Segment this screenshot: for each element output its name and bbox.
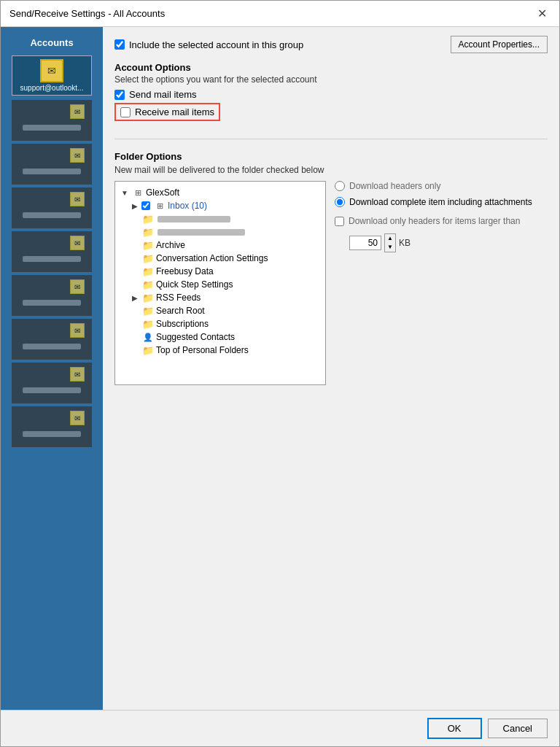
dialog-body: Accounts support@outlookt... ✉ ✉ ✉ (1, 27, 559, 710)
account-icon-6: ✉ (70, 279, 85, 294)
expand-root-icon[interactable]: ▼ (120, 187, 130, 198)
blurred-label-9 (23, 431, 81, 437)
grid-icon-root: ⊞ (132, 187, 144, 198)
blurred-label-item-2 (158, 229, 245, 236)
download-only-headers-larger-checkbox[interactable] (335, 217, 344, 226)
folder-icon-conversation: 📁 (142, 252, 154, 264)
receive-mail-checkbox[interactable] (120, 107, 131, 117)
tree-item-subscriptions[interactable]: 📁 Subscriptions (140, 317, 321, 330)
ok-button[interactable]: OK (427, 718, 482, 739)
tree-label-conversation: Conversation Action Settings (156, 253, 268, 263)
account-icon-8: ✉ (70, 367, 85, 382)
account-icon-primary (40, 59, 63, 82)
sidebar-account-4[interactable]: ✉ (12, 187, 92, 228)
sidebar-account-primary[interactable]: support@outlookt... (12, 55, 92, 96)
blurred-label-2 (23, 125, 81, 131)
tree-item-inbox[interactable]: ▶ ⊞ Inbox (10) (130, 199, 321, 212)
blurred-label-item-1 (158, 216, 230, 222)
sidebar: Accounts support@outlookt... ✉ ✉ ✉ (1, 27, 103, 710)
folder-icon-rss: 📁 (142, 292, 154, 303)
receive-mail-label: Receive mail items (135, 107, 214, 117)
divider-1 (114, 139, 548, 139)
title-bar: Send/Receive Settings - All Accounts ✕ (1, 1, 559, 27)
download-complete-radio[interactable] (335, 197, 345, 207)
folder-icon-suggested-contacts: 👤 (142, 331, 154, 343)
download-only-headers-larger-label: Download only headers for items larger t… (349, 216, 520, 228)
main-content: Include the selected account in this gro… (103, 27, 559, 710)
folder-tree: ▼ ⊞ GlexSoft ▶ ⊞ Inbox (10) (114, 181, 326, 385)
send-mail-row: Send mail items (114, 89, 548, 100)
receive-mail-row: Receive mail items (114, 103, 220, 121)
sidebar-account-8[interactable]: ✉ (12, 363, 92, 403)
account-properties-button[interactable]: Account Properties... (451, 36, 548, 53)
folder-icon-freebusy: 📁 (142, 266, 154, 277)
tree-label-quickstep: Quick Step Settings (156, 279, 233, 290)
folder-options-title: Folder Options (114, 151, 548, 162)
size-down-button[interactable]: ▼ (385, 243, 395, 252)
download-headers-only-label: Download headers only (349, 181, 440, 191)
folder-options-subtitle: New mail will be delivered to the folder… (114, 165, 548, 175)
size-input[interactable]: 50 (349, 236, 381, 250)
folder-icon-subscriptions: 📁 (142, 318, 154, 330)
send-mail-checkbox[interactable] (114, 90, 125, 100)
sidebar-account-9[interactable]: ✉ (12, 406, 92, 447)
sidebar-account-6[interactable]: ✉ (12, 275, 92, 316)
folder-icon-blurred-1: 📁 (142, 213, 154, 225)
top-row: Include the selected account in this gro… (114, 36, 548, 53)
tree-label-freebusy: Freebusy Data (156, 266, 214, 276)
tree-item-root[interactable]: ▼ ⊞ GlexSoft (120, 186, 321, 199)
tree-item-blurred-1[interactable]: 📁 (140, 212, 321, 225)
tree-label-searchroot: Search Root (156, 306, 205, 316)
tree-item-rss[interactable]: ▶ 📁 RSS Feeds (130, 291, 321, 304)
account-icon-3: ✉ (70, 148, 85, 163)
tree-item-conversation[interactable]: 📁 Conversation Action Settings (140, 252, 321, 265)
download-complete-label: Download complete item including attachm… (349, 197, 532, 207)
close-button[interactable]: ✕ (533, 5, 551, 23)
dialog-title: Send/Receive Settings - All Accounts (9, 8, 165, 19)
cancel-button[interactable]: Cancel (488, 719, 548, 738)
blurred-label-5 (23, 256, 81, 262)
size-unit-label: KB (399, 238, 411, 248)
tree-label-rss: RSS Feeds (156, 293, 201, 303)
tree-item-top-personal[interactable]: 📁 Top of Personal Folders (140, 344, 321, 357)
tree-item-freebusy[interactable]: 📁 Freebusy Data (140, 265, 321, 278)
size-spinner: ▲ ▼ (384, 233, 396, 252)
folder-icon-searchroot: 📁 (142, 305, 154, 317)
size-up-button[interactable]: ▲ (385, 234, 395, 243)
account-options-section: Account Options Select the options you w… (114, 62, 548, 127)
tree-item-searchroot[interactable]: 📁 Search Root (140, 304, 321, 317)
sidebar-other-accounts: ✉ ✉ ✉ ✉ ✉ (1, 100, 103, 450)
tree-item-suggested-contacts[interactable]: 👤 Suggested Contacts (140, 330, 321, 344)
folder-icon-top-personal: 📁 (142, 344, 154, 356)
tree-label-top-personal: Top of Personal Folders (156, 345, 249, 355)
folder-icon-blurred-2: 📁 (142, 226, 154, 238)
expand-rss-icon[interactable]: ▶ (130, 293, 140, 303)
account-icon-9: ✉ (70, 411, 85, 425)
sidebar-account-3[interactable]: ✉ (12, 144, 92, 185)
include-checkbox-row: Include the selected account in this gro… (114, 39, 303, 50)
sidebar-account-7[interactable]: ✉ (12, 319, 92, 360)
blurred-label-3 (23, 169, 81, 174)
sidebar-account-5[interactable]: ✉ (12, 231, 92, 272)
tree-item-quickstep[interactable]: 📁 Quick Step Settings (140, 278, 321, 291)
expand-inbox-icon[interactable]: ▶ (130, 201, 140, 211)
blurred-label-4 (23, 212, 81, 218)
tree-label-subscriptions: Subscriptions (156, 319, 209, 329)
inbox-checkbox[interactable] (141, 201, 150, 210)
account-icon-4: ✉ (70, 192, 85, 206)
sidebar-header: Accounts (1, 33, 103, 55)
tree-label-inbox: Inbox (10) (168, 201, 207, 211)
folder-icon-quickstep: 📁 (142, 279, 154, 290)
tree-item-blurred-2[interactable]: 📁 (140, 225, 321, 239)
blurred-label-8 (23, 387, 81, 393)
download-headers-only-row: Download headers only (335, 181, 548, 191)
download-options: Download headers only Download complete … (335, 181, 548, 252)
download-headers-only-radio[interactable] (335, 181, 345, 191)
grid-icon-inbox: ⊞ (154, 200, 166, 212)
include-account-checkbox[interactable] (114, 39, 125, 50)
account-icon-2: ✉ (70, 104, 85, 119)
account-options-subtitle: Select the options you want for the sele… (114, 74, 548, 85)
sidebar-account-2[interactable]: ✉ (12, 100, 92, 141)
tree-item-archive[interactable]: 📁 Archive (140, 239, 321, 252)
folder-icon-archive: 📁 (142, 239, 154, 251)
